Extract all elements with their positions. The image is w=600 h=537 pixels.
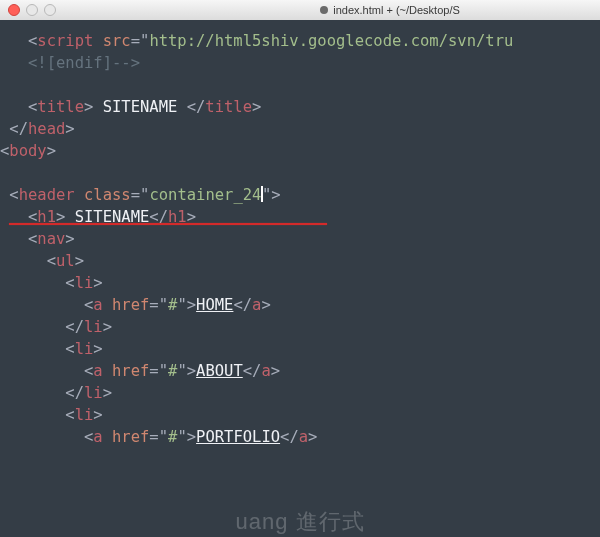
code-line: <title> SITENAME </title>: [0, 96, 600, 118]
code-line: [0, 162, 600, 184]
code-line: <![endif]-->: [0, 52, 600, 74]
watermark: uang 進行式: [0, 511, 600, 533]
code-line: <a href="#">ABOUT</a>: [0, 360, 600, 382]
code-line: <li>: [0, 338, 600, 360]
code-line: <a href="#">HOME</a>: [0, 294, 600, 316]
code-line: </li>: [0, 382, 600, 404]
code-line: <script src="http://html5shiv.googlecode…: [0, 30, 600, 52]
close-button[interactable]: [8, 4, 20, 16]
code-line: <li>: [0, 272, 600, 294]
zoom-button[interactable]: [44, 4, 56, 16]
code-line: <header class="container_24">: [0, 184, 600, 206]
code-editor[interactable]: <script src="http://html5shiv.googlecode…: [0, 20, 600, 537]
code-line: <li>: [0, 404, 600, 426]
code-line: <a href="#">PORTFOLIO</a>: [0, 426, 600, 448]
code-line: <ul>: [0, 250, 600, 272]
code-line: </head>: [0, 118, 600, 140]
code-line: <nav>: [0, 228, 600, 250]
modified-indicator-icon: [320, 6, 328, 14]
traffic-lights: [8, 4, 56, 16]
window-titlebar: index.html + (~/Desktop/S: [0, 0, 600, 21]
minimize-button[interactable]: [26, 4, 38, 16]
code-line: </li>: [0, 316, 600, 338]
window-title: index.html + (~/Desktop/S: [333, 4, 460, 16]
code-line: [0, 74, 600, 96]
code-line: <h1> SITENAME</h1>: [0, 206, 600, 228]
code-line: <body>: [0, 140, 600, 162]
annotation-underline: [9, 223, 327, 225]
